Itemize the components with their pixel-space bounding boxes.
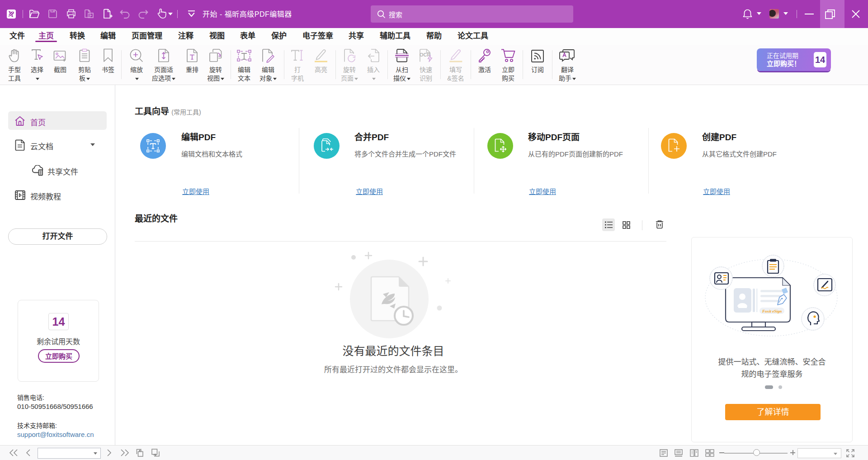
svg-text:Foxit eSign: Foxit eSign: [762, 309, 782, 313]
svg-text:OCR: OCR: [420, 52, 431, 57]
